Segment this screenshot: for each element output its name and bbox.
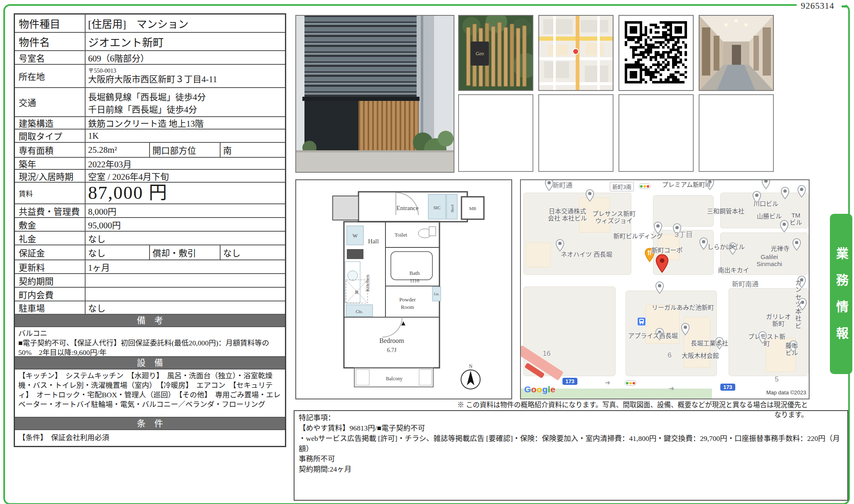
map-poi-label: 新町コーポ [651,247,682,254]
map-poi-label: 川口ビル [753,200,778,207]
row-value: [住居用] マンション [86,15,285,32]
table-row: 賃料87,000 円 [15,183,285,204]
business-info-tab-label: 業務情報 [832,235,850,353]
fp-entrance-label: Entrance [396,205,419,211]
row-label: 駐車場 [15,301,86,314]
destination-pin-icon [655,254,669,275]
google-logo-letter: G [524,384,531,394]
fp-bedroom-label: Bedroom [379,337,404,344]
postal-code: 〒550-0013 [88,68,116,74]
area-map[interactable]: 新町3南 173 173 ➜ ➜ Google Map data ©2023 新… [520,179,810,399]
row-value: 〒550-0013 大阪府大阪市西区新町３丁目4-11 [86,65,285,87]
fp-compass-label: N [469,363,473,369]
remarks-line: ■電子契約不可、【保証人代行】初回保証委託料(最低20,000円)：月額賃料等の… [18,338,282,357]
row-value: 1K [86,130,285,142]
equipment-header: 設 備 [15,357,285,369]
map-poi-label: 三和鋼管本社 [707,208,744,215]
corridor-photo [699,15,774,91]
table-row: 保証金 なし 償却・敷引 なし [15,245,285,260]
map-poi-label: リーガルあみだ池新町 [652,304,714,311]
map-building [526,242,551,267]
map-poi-label: 新町ビルディング [614,232,663,240]
table-row: 建築構造鉄筋コンクリート造 地上13階 [15,117,285,130]
bus-stop-icon [637,317,646,326]
map-thumbnail-illustration [539,16,613,90]
row-value: ジオエント新町 [86,33,285,50]
map-poi-label: ガリレオ新町 [763,313,794,328]
table-row: 礼金なし [15,232,285,245]
special-notes-line: ・webサービス広告掲載 [許可]・チラシ、雑誌等掲載広告 [要確認]・保険：保… [299,433,843,454]
address: 大阪府大阪市西区新町３丁目4-11 [88,74,217,84]
gate-illustration: Geo [459,16,533,90]
row-label: 契約期間 [15,274,86,287]
map-poi-label: 山勝ビル [757,213,782,220]
empty-photo-slot [458,94,533,172]
row-label: 築年 [15,158,86,169]
fp-powder-label2: Room [401,304,414,310]
fp-kitchen-label: Kitchen [364,274,371,292]
row-label: 賃料 [15,183,86,203]
google-logo-letter: o [537,384,542,394]
row-label: 共益費・管理費 [15,204,86,217]
map-poi-label: 南出キカイ [718,267,749,274]
qr-code [618,15,694,91]
special-notes-line: 契約期間:24ヶ月 [299,464,843,475]
fp-bedroom-size: 6.7J [387,347,397,353]
row-label: 専有面積 [15,143,86,157]
traffic-light-icon [625,380,636,386]
fp-balcony-label: Balcony [386,376,402,382]
special-notes-line: 事務所不可 [299,454,843,464]
map-poi-label: プレミスト新町 [746,333,788,347]
conditions-text: 【条件】 保証会社利用必須 [15,430,285,446]
row-label: 敷金 [15,218,86,231]
conditions-header: 条 件 [15,418,285,430]
row-label: 建築構造 [15,117,86,129]
access-line: 千日前線「西長堀」徒歩4分 [88,103,197,115]
map-poi-label: TMビル [790,212,802,226]
map-poi-label: 16 [543,350,551,358]
special-notes: 特記事項： 【めやす賃料】96813円/■電子契約不可 ・webサービス広告掲載… [294,410,848,501]
table-row: 駐車場なし [15,301,285,315]
row-label: 町内会費 [15,288,86,301]
map-poi-label: アプライズ西長堀 [628,332,678,339]
row-label: 所在地 [15,65,86,87]
map-road-label: 新町南通 [732,281,758,288]
row-value [86,288,285,301]
business-info-tab[interactable]: 業務情報 [830,214,852,374]
table-row: 物件名ジオエント新町 [15,33,285,51]
map-poi-label: 藤本ビル [783,342,800,357]
row-label: 号室名 [15,51,86,64]
route-badge: 173 [720,384,735,391]
map-pin-icon [681,323,690,337]
amortization-value: なし [221,245,285,259]
map-pin-icon [780,220,789,234]
map-poi-label: 3丁目 [675,231,692,239]
fp-bath-size: 1116 [410,278,419,284]
row-value: 1ヶ月 [86,260,285,273]
remarks-line: バルコニ [18,329,282,338]
row-value: なし [86,232,285,245]
table-row: 敷金95,000円 [15,218,285,232]
table-row: 更新料1ヶ月 [15,260,285,274]
map-poi-label: 長堀工業本社 [691,340,728,347]
map-road-label: 新町通 [552,182,572,189]
facing-label: 開口部方位 [149,143,221,157]
floorplan-drawing: Entrance SIC Shelf MB W Toilet Hall Kitc… [296,180,511,399]
map-poi-label: 日本交通株式 会社 本社ビル [548,208,587,222]
map-pin-icon [761,179,771,191]
empty-photo-slot [618,94,694,172]
route-badge: 173 [562,378,577,385]
facing-value: 南 [221,143,285,157]
direction-arrow-icon: ➜ [669,384,674,392]
table-row: 間取タイプ1K [15,130,285,143]
map-pin-icon [585,189,594,203]
map-poi-label: プレミアム新町III [662,181,710,188]
row-value: 鉄筋コンクリート造 地上13階 [86,117,285,129]
map-poi-label: 5 [775,375,778,384]
map-poi-label: Galilei Sinmachi [750,253,789,268]
fp-bath-label: Bath [410,270,420,276]
corridor-illustration [699,16,773,90]
access-line: 長堀鶴見線「西長堀」徒歩4分 [88,90,206,103]
fp-mb-label: MB [469,206,476,211]
amortization-label: 償却・敷引 [149,245,221,259]
